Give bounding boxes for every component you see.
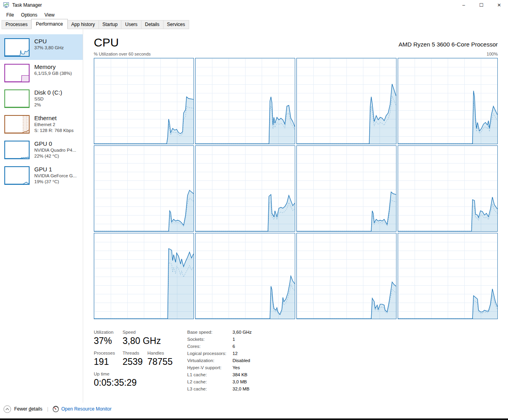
sidebar-item-text: Memory6,1/15,9 GB (38%): [34, 63, 72, 76]
sidebar-item-subtitle: SSD: [34, 96, 62, 102]
stat-label: Threads: [123, 347, 147, 356]
maximize-button[interactable]: ☐: [473, 0, 490, 10]
cpu-graph-logical-processor-3[interactable]: [296, 58, 396, 144]
cpu-graph-logical-processor-12[interactable]: [398, 233, 498, 319]
processor-name: AMD Ryzen 5 3600 6-Core Processor: [398, 41, 498, 48]
sidebar-item-title: Memory: [34, 63, 72, 71]
task-manager-app-icon: [3, 2, 9, 8]
sidebar-mini-graph-disk-0: [4, 89, 30, 108]
sidebar-item-title: CPU: [34, 37, 64, 45]
cpu-header: CPU AMD Ryzen 5 3600 6-Core Processor: [94, 35, 498, 50]
fewer-details-button[interactable]: Fewer details: [4, 405, 42, 413]
sidebar-mini-graph-ethernet: [4, 115, 30, 134]
sidebar-item-gpu-0[interactable]: GPU 0NVIDIA Quadro P4...22% (42 °C): [0, 137, 83, 162]
sidebar-item-title: Disk 0 (C:): [34, 89, 62, 96]
cpu-graph-logical-processor-6[interactable]: [195, 145, 295, 232]
sidebar-mini-graph-cpu: [4, 38, 30, 57]
detail-value-l2-cache: 3,0 MB: [233, 379, 252, 385]
detail-label-hyper-v-support: Hyper-V support:: [187, 365, 233, 370]
detail-value-base-speed: 3,60 GHz: [233, 329, 252, 335]
window-controls: – ☐ ✕: [455, 0, 508, 10]
cpu-graph-logical-processor-10[interactable]: [195, 233, 295, 319]
tab-users[interactable]: Users: [121, 20, 141, 29]
threads-value: 2539: [123, 356, 147, 368]
page-title: CPU: [94, 35, 119, 50]
detail-stats: Base speed:3,60 GHzSockets:1Cores:6Logic…: [187, 329, 252, 392]
menu-file[interactable]: File: [3, 11, 17, 19]
sidebar-item-subtitle: 19% (37 °C): [34, 179, 76, 185]
window-bottom-edge: [0, 418, 508, 420]
cpu-graph-logical-processor-2[interactable]: [195, 58, 295, 144]
sidebar-item-text: CPU37% 3,80 GHz: [34, 37, 64, 51]
sidebar-item-text: EthernetEthernet 2S: 128 R: 768 Kbps: [34, 114, 74, 134]
stat-label: Up time: [94, 368, 175, 377]
sidebar-item-ethernet[interactable]: EthernetEthernet 2S: 128 R: 768 Kbps: [0, 111, 83, 137]
minimize-button[interactable]: –: [455, 0, 473, 10]
cpu-core-graphs-grid: [94, 58, 498, 319]
tab-services[interactable]: Services: [163, 20, 189, 29]
handles-value: 78755: [147, 356, 175, 368]
close-button[interactable]: ✕: [490, 0, 508, 10]
stat-label: Processes: [94, 347, 123, 356]
sidebar-item-memory[interactable]: Memory6,1/15,9 GB (38%): [0, 60, 83, 85]
resource-monitor-icon: [52, 406, 59, 413]
sidebar-item-title: GPU 0: [34, 140, 76, 147]
detail-value-l3-cache: 32,0 MB: [233, 386, 252, 392]
cpu-graph-logical-processor-5[interactable]: [94, 145, 194, 232]
tab-startup[interactable]: Startup: [99, 20, 122, 29]
cpu-graph-logical-processor-8[interactable]: [398, 145, 498, 232]
cpu-graph-logical-processor-9[interactable]: [94, 233, 194, 319]
big-stats: Utilization Speed 37% 3,80 GHz Processes…: [94, 329, 175, 392]
sidebar-item-text: Disk 0 (C:)SSD2%: [34, 89, 62, 108]
sidebar-item-subtitle: Ethernet 2: [34, 122, 74, 128]
detail-value-l1-cache: 384 KB: [233, 372, 252, 377]
chart-max-label: 100%: [487, 51, 498, 57]
cpu-graph-logical-processor-11[interactable]: [296, 233, 396, 319]
window-title: Task Manager: [12, 2, 42, 8]
detail-value-sockets: 1: [233, 336, 252, 342]
open-resource-monitor-link[interactable]: Open Resource Monitor: [61, 406, 112, 412]
menu-view[interactable]: View: [41, 11, 58, 19]
detail-value-logical-processors: 12: [233, 351, 252, 356]
detail-value-cores: 6: [233, 344, 252, 349]
titlebar: Task Manager – ☐ ✕: [0, 0, 508, 10]
sidebar-item-title: GPU 1: [34, 165, 76, 173]
cpu-graph-logical-processor-1[interactable]: [94, 58, 194, 144]
sidebar-item-subtitle: 2%: [34, 102, 62, 108]
menu-options[interactable]: Options: [17, 11, 41, 19]
utilization-value: 37%: [94, 335, 123, 347]
tab-app-history[interactable]: App history: [67, 20, 99, 29]
detail-label-l1-cache: L1 cache:: [187, 372, 233, 377]
sidebar-item-disk-0[interactable]: Disk 0 (C:)SSD2%: [0, 85, 83, 111]
sidebar-mini-graph-gpu-0: [4, 141, 30, 159]
sidebar-item-text: GPU 0NVIDIA Quadro P4...22% (42 °C): [34, 140, 76, 159]
detail-label-l2-cache: L2 cache:: [187, 379, 233, 385]
sidebar-item-cpu[interactable]: CPU37% 3,80 GHz: [0, 34, 83, 60]
detail-label-cores: Cores:: [187, 344, 233, 349]
detail-label-logical-processors: Logical processors:: [187, 351, 233, 356]
detail-value-hyper-v-support: Yes: [233, 365, 252, 370]
detail-label-virtualization: Virtualization:: [187, 358, 233, 363]
sidebar-item-subtitle: NVIDIA Quadro P4...: [34, 147, 76, 153]
detail-label-base-speed: Base speed:: [187, 329, 233, 335]
sidebar-mini-graph-memory: [4, 64, 30, 82]
sidebar-item-subtitle: 6,1/15,9 GB (38%): [34, 71, 72, 76]
cpu-graph-logical-processor-7[interactable]: [296, 145, 396, 232]
footer-divider: |: [47, 406, 48, 412]
sidebar-item-gpu-1[interactable]: GPU 1NVIDIA GeForce G...19% (37 °C): [0, 162, 83, 188]
detail-label-sockets: Sockets:: [187, 336, 233, 342]
tab-details[interactable]: Details: [141, 20, 164, 29]
cpu-graph-logical-processor-4[interactable]: [398, 58, 498, 144]
cpu-panel: CPU AMD Ryzen 5 3600 6-Core Processor % …: [83, 29, 508, 403]
chart-caption-row: % Utilization over 60 seconds 100%: [94, 51, 498, 57]
chart-caption: % Utilization over 60 seconds: [94, 51, 151, 57]
speed-value: 3,80 GHz: [123, 335, 175, 347]
menu-bar: FileOptionsView: [0, 10, 508, 19]
tab-performance[interactable]: Performance: [31, 19, 68, 29]
tab-processes[interactable]: Processes: [2, 20, 32, 29]
sidebar-item-subtitle: 37% 3,80 GHz: [34, 45, 64, 51]
sidebar-mini-graph-gpu-1: [4, 166, 30, 185]
detail-value-virtualization: Disabled: [233, 358, 252, 363]
detail-label-l3-cache: L3 cache:: [187, 386, 233, 392]
stat-label: Handles: [147, 347, 175, 356]
